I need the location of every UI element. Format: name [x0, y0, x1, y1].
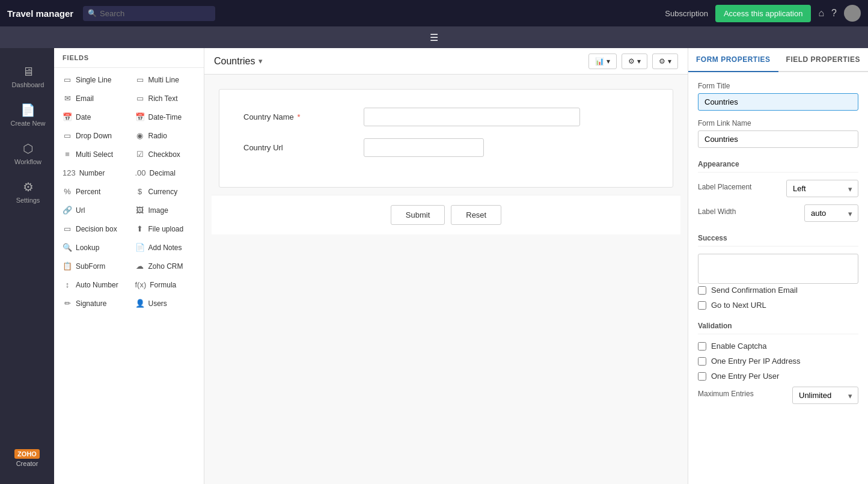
- subscription-link[interactable]: Subscription: [665, 9, 708, 18]
- sidebar-item-label-settings: Settings: [16, 197, 40, 204]
- field-item-image[interactable]: 🖼Image: [129, 201, 202, 219]
- field-label-file-upload: File upload: [148, 225, 184, 233]
- go-to-next-checkbox[interactable]: [698, 301, 706, 310]
- field-item-rich-text[interactable]: ▭Rich Text: [129, 89, 202, 108]
- enable-captcha-checkbox[interactable]: [698, 342, 706, 351]
- sidebar-item-dashboard[interactable]: 🖥 Dashboard: [0, 58, 54, 96]
- field-item-url[interactable]: 🔗Url: [57, 201, 129, 219]
- zoho-badge: ZOHO: [14, 449, 40, 459]
- field-label-zoho-crm: Zoho CRM: [148, 262, 183, 271]
- fields-grid: ▭Single Line▭Multi Line✉Email▭Rich Text📅…: [54, 68, 204, 315]
- field-item-auto-number[interactable]: ↕Auto Number: [57, 275, 129, 294]
- field-item-checkbox[interactable]: ☑Checkbox: [129, 145, 202, 164]
- field-item-formula[interactable]: f(x)Formula: [129, 275, 202, 294]
- field-item-currency[interactable]: $Currency: [129, 182, 202, 201]
- field-item-zoho-crm[interactable]: ☁Zoho CRM: [129, 257, 202, 275]
- field-label-decimal: Decimal: [150, 169, 176, 177]
- access-app-button[interactable]: Access this application: [715, 5, 811, 22]
- field-item-multi-select[interactable]: ≡Multi Select: [57, 145, 129, 164]
- country-name-label: Country Name *: [243, 108, 364, 121]
- label-placement-select[interactable]: Left Right Top: [786, 180, 858, 197]
- form-title-input[interactable]: [698, 93, 858, 111]
- field-item-percent[interactable]: %Percent: [57, 182, 129, 201]
- field-label-date-time: Date-Time: [148, 113, 182, 121]
- reset-button[interactable]: Reset: [451, 205, 501, 225]
- country-url-input[interactable]: [364, 138, 484, 157]
- image-icon: 🖼: [135, 206, 145, 215]
- form-settings-button[interactable]: ⚙ ▾: [652, 54, 678, 69]
- field-item-email[interactable]: ✉Email: [57, 89, 129, 108]
- field-label-email: Email: [76, 94, 94, 103]
- drop-down-icon: ▭: [63, 131, 72, 140]
- signature-icon: ✏: [63, 299, 72, 308]
- appearance-title: Appearance: [698, 160, 858, 173]
- field-label-multi-select: Multi Select: [76, 150, 113, 159]
- dashboard-icon: 🖥: [22, 65, 34, 79]
- field-item-multi-line[interactable]: ▭Multi Line: [129, 70, 202, 89]
- form-title: Countries: [214, 56, 255, 67]
- label-width-label: Label Width: [698, 207, 736, 216]
- form-field-country-name: Country Name *: [243, 108, 649, 126]
- analytics-button[interactable]: 📊 ▾: [588, 54, 617, 69]
- avatar[interactable]: [844, 5, 861, 22]
- field-item-date-time[interactable]: 📅Date-Time: [129, 108, 202, 126]
- field-item-number[interactable]: 123Number: [57, 164, 129, 182]
- formula-icon: f(x): [135, 280, 147, 289]
- country-name-input[interactable]: [364, 108, 580, 126]
- gear-icon: ⚙: [659, 57, 665, 66]
- field-item-lookup[interactable]: 🔍Lookup: [57, 238, 129, 257]
- topnav: Travel manager 🔍 Subscription Access thi…: [0, 0, 868, 26]
- country-url-label: Country Url: [243, 138, 364, 152]
- field-label-url: Url: [76, 206, 85, 215]
- sidebar-item-workflow[interactable]: ⬡ Workflow: [0, 134, 54, 173]
- field-item-drop-down[interactable]: ▭Drop Down: [57, 126, 129, 145]
- one-entry-ip-checkbox[interactable]: [698, 357, 706, 366]
- sidebar-item-settings[interactable]: ⚙ Settings: [0, 173, 54, 211]
- send-confirmation-checkbox[interactable]: [698, 286, 706, 295]
- field-label-image: Image: [148, 206, 168, 215]
- label-placement-row: Label Placement Left Right Top: [698, 180, 858, 197]
- workflow-icon: ⬡: [23, 141, 33, 156]
- form-title-chevron-icon[interactable]: ▾: [258, 57, 263, 66]
- field-label-multi-line: Multi Line: [148, 76, 179, 84]
- search-input[interactable]: [83, 6, 215, 21]
- field-item-single-line[interactable]: ▭Single Line: [57, 70, 129, 89]
- sidebar-item-create-new[interactable]: 📄 Create New: [0, 96, 54, 134]
- home-icon[interactable]: ⌂: [818, 8, 824, 19]
- field-item-users[interactable]: 👤Users: [129, 294, 202, 313]
- country-url-input-wrap: [364, 138, 580, 157]
- form-title-prop-label: Form Title: [698, 82, 858, 90]
- submit-button[interactable]: Submit: [391, 205, 445, 225]
- field-item-decimal[interactable]: .00Decimal: [129, 164, 202, 182]
- one-entry-user-checkbox[interactable]: [698, 372, 706, 381]
- email-icon: ✉: [63, 94, 72, 103]
- field-label-date: Date: [76, 113, 91, 121]
- field-item-radio[interactable]: ◉Radio: [129, 126, 202, 145]
- field-item-date[interactable]: 📅Date: [57, 108, 129, 126]
- field-item-add-notes[interactable]: 📄Add Notes: [129, 238, 202, 257]
- form-link-input[interactable]: [698, 130, 858, 148]
- one-entry-ip-row: One Entry Per IP Address: [698, 357, 858, 366]
- fields-header: FIELDS: [54, 48, 204, 68]
- field-label-checkbox: Checkbox: [148, 150, 180, 159]
- help-icon[interactable]: ?: [831, 8, 837, 19]
- max-entries-select[interactable]: Unlimited 1 10 100: [792, 387, 858, 404]
- label-width-select-wrap: auto 50px 100px 150px: [804, 204, 858, 222]
- tab-form-properties[interactable]: FORM PROPERTIES: [688, 48, 778, 72]
- fields-settings-button[interactable]: ⚙ ▾: [622, 54, 647, 69]
- field-item-file-upload[interactable]: ⬆File upload: [129, 219, 202, 238]
- field-label-percent: Percent: [76, 188, 100, 196]
- number-icon: 123: [63, 168, 76, 177]
- field-item-decision-box[interactable]: ▭Decision box: [57, 219, 129, 238]
- success-textarea[interactable]: [698, 254, 858, 284]
- sidebar-item-label-dashboard: Dashboard: [12, 81, 44, 88]
- send-confirmation-label: Send Confirmation Email: [711, 286, 798, 295]
- label-width-select[interactable]: auto 50px 100px 150px: [804, 204, 858, 222]
- url-icon: 🔗: [63, 206, 72, 215]
- date-time-icon: 📅: [135, 112, 145, 121]
- field-item-subform[interactable]: 📋SubForm: [57, 257, 129, 275]
- field-item-signature[interactable]: ✏Signature: [57, 294, 129, 313]
- tab-field-properties[interactable]: FIELD PROPERTIES: [778, 48, 869, 71]
- hamburger-icon[interactable]: ☰: [430, 32, 438, 43]
- field-label-signature: Signature: [76, 299, 106, 308]
